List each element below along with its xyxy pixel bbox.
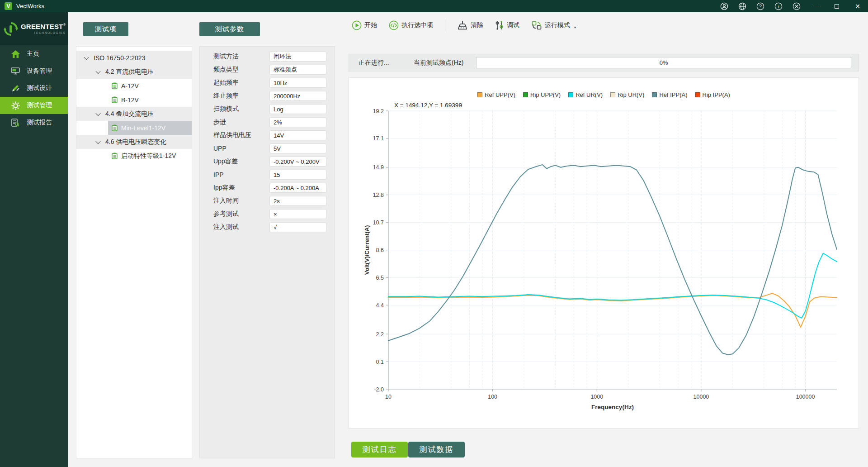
report-icon [11, 118, 20, 127]
param-input[interactable]: 10Hz [269, 78, 326, 88]
tree-row[interactable]: B-12V [76, 93, 192, 107]
param-input[interactable]: Log [269, 104, 326, 114]
logout-icon[interactable] [788, 0, 806, 12]
toolbar: 开始 执行选中项 清除 调试 运行模式 ▾ [352, 17, 588, 33]
legend-swatch [568, 92, 573, 97]
chevron-down-icon: ▾ [574, 25, 576, 30]
chevron-down-icon[interactable] [95, 110, 100, 115]
start-button[interactable]: 开始 [352, 20, 377, 30]
legend-item[interactable]: Ref UR(V) [568, 91, 603, 98]
svg-text:1000: 1000 [590, 394, 603, 400]
param-input[interactable]: 15 [269, 170, 326, 180]
param-label: 注入测试 [213, 223, 239, 231]
param-input[interactable]: 闭环法 [269, 52, 326, 62]
svg-text:i: i [778, 4, 779, 9]
sidebar-item-test-report[interactable]: 测试报告 [0, 114, 68, 131]
legend-label: Rip UR(V) [618, 91, 644, 98]
param-input[interactable]: 5V [269, 143, 326, 153]
maximize-button[interactable] [826, 0, 847, 12]
svg-text:100: 100 [488, 394, 497, 400]
test-items-tree: ISO 16750-2:20234.2 直流供电电压A-12VB-12V4.4 … [76, 46, 192, 458]
param-input[interactable]: 200000Hz [269, 91, 326, 101]
legend-item[interactable]: Rip UR(V) [610, 91, 644, 98]
param-input[interactable]: 标准频点 [269, 65, 326, 75]
progress-bar: 0% [476, 57, 851, 68]
param-label: 起始频率 [213, 79, 239, 87]
tree-row[interactable]: Min-Level1-12V [76, 121, 192, 135]
test-items-header[interactable]: 测试项 [83, 22, 128, 36]
test-data-button[interactable]: 测试数据 [408, 442, 465, 457]
param-input[interactable]: × [269, 209, 326, 219]
sidebar-item-test-management[interactable]: 测试管理 [0, 97, 68, 114]
param-input[interactable]: 2% [269, 117, 326, 127]
user-icon[interactable] [715, 0, 733, 12]
run-mode-button[interactable]: 运行模式 ▾ [531, 20, 576, 30]
param-label: 样品供电电压 [213, 131, 251, 139]
tree-row[interactable]: 4.6 供电电压瞬态变化 [76, 135, 192, 149]
tree-node-label: Min-Level1-12V [121, 124, 165, 132]
tree-row[interactable]: 4.2 直流供电电压 [76, 65, 192, 79]
svg-text:-2.0: -2.0 [374, 386, 384, 393]
tree-row[interactable]: 启动特性等级1-12V [76, 149, 192, 163]
param-input[interactable]: -0.200V ~ 0.200V [269, 157, 326, 167]
info-icon[interactable]: i [769, 0, 788, 12]
play-icon [352, 20, 362, 30]
param-row: UPP5V [200, 143, 335, 153]
param-row: 测试方法闭环法 [200, 52, 335, 62]
param-row: 注入测试√ [200, 222, 335, 232]
svg-text:12.8: 12.8 [373, 192, 384, 198]
test-item-icon [112, 82, 118, 89]
tree-node-label: ISO 16750-2:2023 [94, 54, 145, 62]
legend-item[interactable]: Ref UPP(V) [477, 91, 515, 98]
run-selected-button[interactable]: 执行选中项 [389, 20, 433, 30]
legend-item[interactable]: Rip UPP(V) [523, 91, 561, 98]
legend-item[interactable]: Rip IPP(A) [695, 91, 730, 98]
legend-swatch [652, 92, 657, 97]
param-label: IPP [213, 171, 224, 178]
param-input[interactable]: -0.200A ~ 0.200A [269, 183, 326, 193]
close-button[interactable]: ✕ [847, 0, 868, 12]
start-label: 开始 [364, 21, 377, 29]
param-row: Ipp容差-0.200A ~ 0.200A [200, 183, 335, 193]
help-icon[interactable]: ? [751, 0, 769, 12]
chevron-down-icon[interactable] [95, 68, 100, 73]
test-params-header[interactable]: 测试参数 [199, 22, 260, 36]
chart-legend: Ref UPP(V)Rip UPP(V)Ref UR(V)Rip UR(V)Re… [349, 91, 859, 98]
progress-status: 正在进行... [359, 59, 409, 67]
tree-row[interactable]: 4.4 叠加交流电压 [76, 107, 192, 121]
sidebar-item-label: 测试报告 [27, 119, 52, 127]
test-log-button[interactable]: 测试日志 [351, 442, 408, 457]
test-item-icon [112, 96, 118, 103]
svg-text:Volt(V)/Current(A): Volt(V)/Current(A) [363, 225, 370, 275]
debug-button[interactable]: 调试 [495, 20, 519, 30]
minimize-button[interactable]: — [806, 0, 826, 12]
legend-label: Ref IPP(A) [659, 91, 687, 98]
window-title: VectWorks [16, 3, 44, 10]
param-input[interactable]: √ [269, 222, 326, 232]
greentest-logo-icon [4, 22, 18, 36]
tree-row[interactable]: A-12V [76, 79, 192, 93]
current-frequency-label: 当前测试频点(Hz) [414, 59, 463, 67]
sidebar-item-devices[interactable]: 设备管理 [0, 62, 68, 80]
brand-name: GREENTEST [21, 23, 63, 30]
broom-icon [457, 20, 468, 30]
svg-text:19.2: 19.2 [373, 108, 384, 114]
legend-swatch [695, 92, 700, 97]
tree-row[interactable]: ISO 16750-2:2023 [76, 51, 192, 65]
language-icon[interactable] [733, 0, 751, 12]
test-item-icon [112, 152, 118, 159]
chevron-down-icon[interactable] [95, 138, 100, 143]
legend-item[interactable]: Ref IPP(A) [652, 91, 687, 98]
sidebar-item-test-design[interactable]: 测试设计 [0, 80, 68, 97]
param-input[interactable]: 14V [269, 130, 326, 140]
param-row: IPP15 [200, 170, 335, 180]
chevron-down-icon[interactable] [84, 54, 89, 59]
param-label: UPP [213, 145, 226, 152]
param-label: Upp容差 [213, 157, 238, 166]
chart-cursor-annotation: X = 1494.12,Y = 1.69399 [394, 102, 462, 109]
param-input[interactable]: 2s [269, 196, 326, 206]
brand-logo: GREENTEST® TECHNOLOGIES [0, 12, 68, 45]
param-row: 参考测试× [200, 209, 335, 219]
sidebar-item-home[interactable]: 主页 [0, 45, 68, 62]
clear-button[interactable]: 清除 [457, 20, 483, 30]
